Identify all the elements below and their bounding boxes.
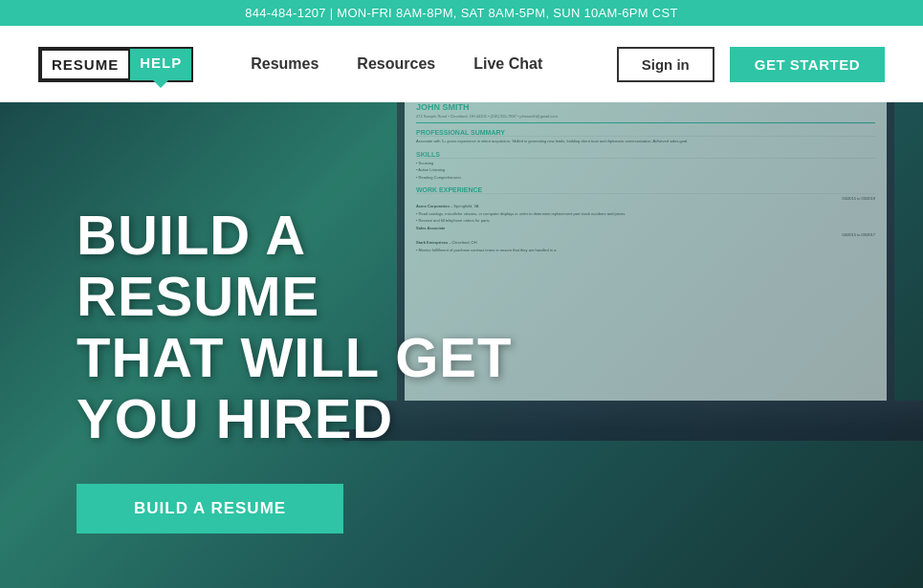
sign-in-button[interactable]: Sign in (617, 47, 714, 82)
hero-content: BUILD A RESUME THAT WILL GET YOU HIRED B… (0, 205, 554, 533)
logo[interactable]: RESUME HELP (38, 47, 193, 82)
get-started-button[interactable]: GET STARTED (730, 47, 885, 82)
resume-summary-title: PROFESSIONAL SUMMARY (416, 129, 875, 137)
resume-skills-title: SKILLS (416, 151, 875, 159)
logo-help: HELP (130, 49, 191, 80)
hero-title-line1: BUILD A RESUME (77, 204, 319, 327)
hero-section: JOHN SMITH 472 Sample Road • Cleveland, … (0, 102, 923, 588)
nav-resources[interactable]: Resources (357, 55, 435, 73)
header-actions: Sign in GET STARTED (617, 47, 885, 82)
resume-skill-3: • Reading Comprehension (416, 175, 875, 181)
resume-skill-2: • Active Listening (416, 167, 875, 173)
main-nav: Resumes Resources Live Chat (251, 55, 617, 73)
resume-skill-1: • Sourcing (416, 161, 875, 166)
nav-live-chat[interactable]: Live Chat (473, 55, 542, 73)
resume-summary: Associate with 5+ years experience in ta… (416, 139, 875, 144)
top-bar: 844-484-1207 | MON-FRI 8AM-8PM, SAT 8AM-… (0, 0, 923, 26)
nav-resumes[interactable]: Resumes (251, 55, 319, 73)
header: RESUME HELP Resumes Resources Live Chat … (0, 26, 923, 102)
resume-job1-dates: 04/2015 to 03/2018 (416, 196, 875, 202)
build-resume-button[interactable]: BUILD A RESUME (77, 484, 343, 534)
contact-info: 844-484-1207 | MON-FRI 8AM-8PM, SAT 8AM-… (245, 6, 677, 20)
hero-title-line2: THAT WILL GET YOU HIRED (77, 326, 512, 449)
resume-contact: 472 Sample Road • Cleveland, OH 44101 • … (416, 114, 875, 119)
hero-title: BUILD A RESUME THAT WILL GET YOU HIRED (77, 205, 554, 448)
resume-name: JOHN SMITH (416, 102, 875, 112)
logo-resume: RESUME (40, 49, 130, 80)
resume-experience-title: WORK EXPERIENCE (416, 186, 875, 194)
